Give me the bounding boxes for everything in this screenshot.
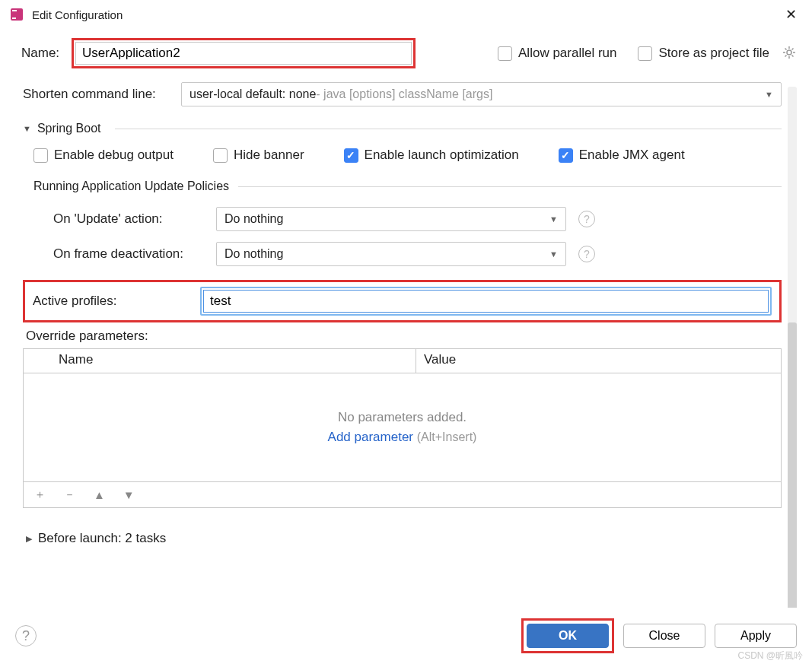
add-icon[interactable]: ＋: [34, 488, 46, 502]
ok-highlight: OK: [521, 618, 614, 653]
before-launch-label: Before launch: 2 tasks: [38, 531, 166, 546]
shorten-dropdown[interactable]: user-local default: none - java [options…: [181, 82, 782, 106]
before-launch-section[interactable]: ▶ Before launch: 2 tasks: [26, 531, 782, 546]
override-toolbar: ＋ － ▲ ▼: [24, 481, 781, 507]
titlebar: Edit Configuration ✕: [0, 0, 812, 29]
help-icon[interactable]: ?: [578, 211, 595, 227]
update-policies-header: Running Application Update Policies: [23, 179, 782, 193]
help-button[interactable]: ?: [15, 625, 37, 646]
ok-button[interactable]: OK: [527, 624, 609, 648]
close-button[interactable]: Close: [623, 624, 705, 648]
gear-icon[interactable]: [782, 45, 797, 62]
allow-parallel-checkbox[interactable]: Allow parallel run: [498, 46, 616, 61]
name-label: Name:: [21, 46, 59, 61]
on-frame-dropdown[interactable]: Do nothing ▼: [216, 242, 566, 266]
svg-rect-1: [12, 10, 17, 11]
hide-banner-checkbox[interactable]: Hide banner: [213, 148, 304, 163]
enable-jmx-checkbox[interactable]: ✓ Enable JMX agent: [559, 148, 685, 163]
shorten-label: Shorten command line:: [23, 87, 174, 102]
override-table: Name Value No parameters added. Add para…: [23, 348, 782, 508]
store-project-label: Store as project file: [658, 46, 769, 61]
watermark: CSDN @昕風吟: [737, 650, 803, 662]
name-row: Name: Allow parallel run Store as projec…: [0, 29, 812, 82]
window-title: Edit Configuration: [32, 8, 779, 21]
remove-icon[interactable]: －: [64, 488, 75, 502]
store-project-checkbox[interactable]: Store as project file: [638, 46, 769, 61]
enable-launch-opt-checkbox[interactable]: ✓ Enable launch optimization: [344, 148, 519, 163]
intellij-icon: [9, 7, 24, 22]
svg-rect-2: [12, 17, 16, 19]
shorten-row: Shorten command line: user-local default…: [23, 82, 782, 106]
scrollbar-thumb[interactable]: [788, 322, 797, 608]
shorten-value: user-local default: none: [189, 87, 316, 101]
help-icon[interactable]: ?: [578, 246, 595, 262]
active-profiles-highlight: Active profiles:: [23, 280, 782, 322]
apply-button[interactable]: Apply: [715, 624, 797, 648]
move-down-icon[interactable]: ▼: [123, 488, 135, 501]
spring-boot-section-header[interactable]: ▼ Spring Boot: [23, 122, 782, 135]
edit-configuration-window: Edit Configuration ✕ Name: Allow paralle…: [0, 0, 812, 667]
collapse-icon: ▼: [23, 124, 31, 133]
spring-boot-label: Spring Boot: [37, 122, 101, 135]
add-parameter-hint: (Alt+Insert): [417, 430, 477, 443]
move-up-icon[interactable]: ▲: [94, 488, 105, 501]
override-label: Override parameters:: [26, 329, 782, 344]
override-col-name: Name: [51, 349, 416, 373]
close-icon[interactable]: ✕: [779, 3, 803, 26]
override-col-value: Value: [416, 349, 781, 373]
on-frame-label: On frame deactivation:: [53, 246, 209, 262]
name-input[interactable]: [75, 42, 412, 65]
chevron-down-icon: ▼: [549, 214, 558, 224]
shorten-value-grey: - java [options] className [args]: [316, 87, 492, 101]
allow-parallel-label: Allow parallel run: [518, 46, 616, 61]
svg-point-3: [787, 50, 791, 55]
name-input-highlight: [72, 38, 416, 68]
enable-debug-checkbox[interactable]: Enable debug output: [33, 148, 174, 163]
dialog-footer: ? OK Close Apply: [0, 608, 812, 667]
chevron-down-icon: ▼: [765, 90, 773, 99]
active-profiles-input[interactable]: [203, 290, 769, 313]
chevron-down-icon: ▼: [549, 249, 558, 259]
active-profiles-label: Active profiles:: [33, 294, 193, 309]
scrollbar[interactable]: [788, 87, 797, 608]
on-update-dropdown[interactable]: Do nothing ▼: [216, 207, 566, 231]
add-parameter-link[interactable]: Add parameter: [328, 430, 413, 444]
override-empty-text: No parameters added.: [338, 410, 467, 425]
expand-icon: ▶: [26, 534, 32, 544]
on-update-label: On 'Update' action:: [53, 211, 209, 227]
